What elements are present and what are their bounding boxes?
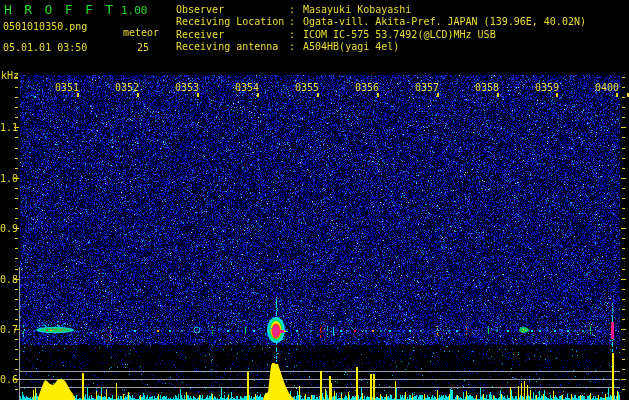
time-tick-label: 0353 <box>171 82 203 93</box>
hrofft-output: H R O F F T 1.00 0501010350.png meteor 0… <box>0 0 629 400</box>
freq-tick-label: 0.8 <box>0 274 13 285</box>
info-separator: : <box>289 16 295 27</box>
freq-axis-unit: kHz <box>1 70 19 81</box>
info-label: Observer <box>176 4 224 15</box>
time-tick-label: 0351 <box>51 82 83 93</box>
time-tick-label: 0357 <box>411 82 443 93</box>
info-separator: : <box>289 29 295 40</box>
info-separator: : <box>289 41 295 52</box>
freq-tick-label: 0.7 <box>0 324 13 335</box>
time-tick-label: 0352 <box>111 82 143 93</box>
info-value: Ogata-vill. Akita-Pref. JAPAN (139.96E, … <box>303 16 586 27</box>
info-value: ICOM IC-575 53.7492(@LCD)MHz USB <box>303 29 496 40</box>
freq-tick-label: 1.0 <box>0 173 13 184</box>
info-separator: : <box>289 4 295 15</box>
app-version: 1.00 <box>121 4 148 17</box>
info-label: Receiver <box>176 29 224 40</box>
app-title: H R O F F T <box>4 3 115 17</box>
time-tick-label: 0400 <box>591 82 623 93</box>
freq-tick-label: 0.6 <box>0 374 13 385</box>
spectrogram-canvas <box>0 0 629 400</box>
info-value: Masayuki Kobayashi <box>303 4 411 15</box>
info-value: A504HB(yagi 4el) <box>303 41 399 52</box>
freq-tick-label: 0.9 <box>0 223 13 234</box>
freq-tick-label: 1.1 <box>0 122 13 133</box>
info-label: Receiving antenna <box>176 41 278 52</box>
output-filename: 0501010350.png <box>3 21 87 32</box>
info-label: Receiving Location <box>176 16 284 27</box>
time-tick-label: 0354 <box>231 82 263 93</box>
echo-count: 25 <box>137 42 149 53</box>
time-tick-label: 0359 <box>531 82 563 93</box>
time-tick-label: 0358 <box>471 82 503 93</box>
time-tick-label: 0355 <box>291 82 323 93</box>
observation-mode-label: meteor <box>123 27 159 38</box>
observation-datetime: 05.01.01 03:50 <box>3 42 87 53</box>
time-tick-label: 0356 <box>351 82 383 93</box>
